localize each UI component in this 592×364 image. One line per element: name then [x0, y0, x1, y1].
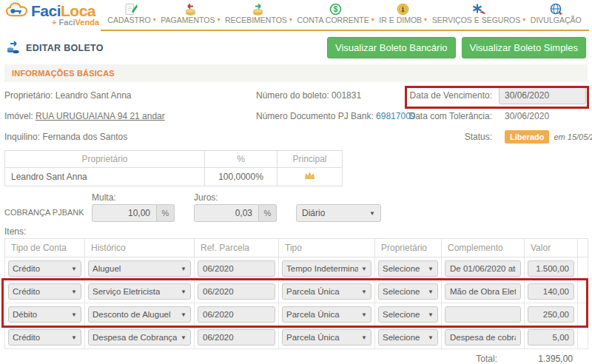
- status-date: em 15/05/2020: [554, 132, 592, 141]
- select-value: Crédito: [13, 333, 40, 342]
- crown-icon[interactable]: [278, 168, 343, 186]
- chevron-down-icon: ▾: [522, 17, 525, 23]
- chevron-down-icon: ▼: [428, 289, 434, 295]
- table-row: Crédito▼ Despesa de Cobrança▼ Parcela Ún…: [5, 326, 588, 349]
- valor-input[interactable]: [528, 260, 574, 277]
- proprietario-select[interactable]: Selecione▼: [378, 283, 438, 300]
- select-value: Selecione: [383, 333, 420, 342]
- tipo-conta-select[interactable]: Crédito▼: [8, 260, 81, 277]
- chevron-down-icon: ▼: [71, 266, 77, 272]
- historico-select[interactable]: Desconto de Aluguel▼: [88, 306, 191, 323]
- itens-table: Tipo de Conta Histórico Ref. Parcela Tip…: [4, 238, 588, 349]
- table-row: Débito▼ Desconto de Aluguel▼ Parcela Úni…: [5, 303, 588, 326]
- select-value: Serviço Eletricista: [92, 287, 160, 296]
- nav-label: IR E DIMOB: [379, 16, 422, 24]
- tipo-conta-select[interactable]: Crédito▼: [8, 329, 81, 346]
- select-value: Crédito: [13, 287, 40, 296]
- table-row: Crédito▼ Aluguel▼ Tempo Indeterminado (▼…: [5, 257, 588, 280]
- owners-header-proprietario: Proprietário: [5, 151, 205, 168]
- complemento-input[interactable]: [445, 260, 521, 277]
- complemento-input[interactable]: [445, 329, 521, 346]
- juros-label: Juros:: [194, 192, 277, 203]
- chevron-down-icon: ▾: [217, 17, 220, 23]
- select-value: Desconto de Aluguel: [92, 310, 171, 319]
- total-row: Total: 1.395,00: [0, 354, 577, 364]
- proprietario-select[interactable]: Selecione▼: [378, 329, 438, 346]
- inquilino-label: Inquilino: Fernanda dos Santos: [4, 132, 127, 142]
- select-value: Crédito: [13, 264, 40, 273]
- chevron-down-icon: ▼: [361, 266, 367, 272]
- ref-parcela-input[interactable]: [198, 329, 275, 346]
- chevron-down-icon: ▼: [361, 311, 367, 318]
- owner-percent: 100,0000%: [205, 168, 278, 186]
- valor-input[interactable]: [528, 329, 574, 346]
- tipo-conta-select[interactable]: Crédito▼: [8, 283, 81, 300]
- arrow-left-coins-icon: [183, 2, 198, 16]
- imovel-label: Imóvel:: [4, 111, 33, 121]
- chevron-down-icon: ▼: [369, 210, 375, 217]
- owners-header-principal: Principal: [278, 151, 343, 168]
- proprietario-select[interactable]: Selecione▼: [378, 306, 438, 323]
- owners-header-percent: %: [205, 151, 278, 168]
- section-informacoes-basicas: INFORMAÇÕES BÁSICAS: [4, 64, 588, 82]
- chevron-down-icon: ▾: [371, 17, 374, 23]
- chevron-down-icon: ▼: [428, 311, 434, 318]
- tipo-conta-select[interactable]: Débito▼: [8, 306, 81, 323]
- select-value: Selecione: [383, 310, 420, 319]
- ref-parcela-input[interactable]: [198, 283, 275, 300]
- chevron-down-icon: ▾: [424, 17, 427, 23]
- nav-label: CONTA CORRENTE: [297, 16, 369, 24]
- table-row: Crédito▼ Serviço Eletricista▼ Parcela Ún…: [5, 280, 588, 303]
- historico-select[interactable]: Serviço Eletricista▼: [88, 283, 191, 300]
- visualizar-boleto-simples-button[interactable]: Visualizar Boleto Simples: [462, 37, 586, 58]
- numero-doc-label: Número Documento PJ Bank:: [256, 111, 374, 121]
- valor-input[interactable]: [528, 283, 574, 300]
- juros-input[interactable]: [194, 204, 259, 222]
- tipo-select[interactable]: Parcela Única▼: [282, 329, 371, 346]
- nav-item-pagamentos[interactable]: PAGAMENTOS▾: [161, 2, 220, 27]
- tipo-select[interactable]: Tempo Indeterminado (▼: [282, 260, 371, 277]
- nav-item-servicos-seguros[interactable]: SERVIÇOS E SEGUROS▾: [432, 2, 525, 27]
- table-row: Leandro Sant Anna 100,0000%: [5, 168, 343, 186]
- ref-parcela-input[interactable]: [198, 260, 275, 277]
- itens-label: Itens:: [4, 226, 588, 237]
- tolerancia-label: Data com Tolerância:: [408, 111, 492, 121]
- tipo-select[interactable]: Parcela Única▼: [282, 283, 371, 300]
- total-label: Total:: [476, 354, 497, 364]
- nav-item-cadastro[interactable]: CADASTRO▾: [107, 2, 155, 27]
- ref-parcela-input[interactable]: [198, 306, 275, 323]
- nav-item-recebimentos[interactable]: RECEBIMENTOS▾: [225, 2, 292, 27]
- nav-item-divulgacao[interactable]: DIVULGAÇÃO: [531, 2, 584, 27]
- nav-label: RECEBIMENTOS: [225, 16, 287, 24]
- valor-input[interactable]: [528, 306, 574, 323]
- complemento-input[interactable]: [445, 306, 521, 323]
- chevron-down-icon: ▼: [71, 289, 77, 295]
- chevron-down-icon: ▼: [361, 289, 367, 295]
- brand-logo[interactable]: FaciLoca + FaciVenda: [6, 0, 101, 31]
- chevron-down-icon: ▼: [361, 334, 367, 341]
- select-value: Tempo Indeterminado (: [286, 264, 358, 273]
- page-title-text: EDITAR BOLETO: [26, 43, 104, 53]
- cobranca-section: COBRANÇA PJBANK Multa: % Juros: % Diário…: [4, 192, 588, 222]
- arrow-right-coins-icon: [251, 2, 266, 16]
- multa-input[interactable]: [92, 204, 157, 222]
- imovel-link[interactable]: RUA URUGUAIANA 94 21 andar: [36, 111, 165, 121]
- dollar-circle-icon: $: [329, 2, 342, 16]
- vencimento-input[interactable]: [499, 87, 586, 104]
- proprietario-select[interactable]: Selecione▼: [378, 260, 438, 277]
- itens-header-ref-parcela: Ref. Parcela: [195, 239, 279, 257]
- chevron-down-icon: ▼: [428, 334, 434, 341]
- tipo-select[interactable]: Parcela Única▼: [282, 306, 371, 323]
- complemento-input[interactable]: [445, 283, 521, 300]
- status-badge: Liberado: [505, 130, 549, 144]
- visualizar-boleto-bancario-button[interactable]: Visualizar Boleto Bancário: [327, 37, 456, 58]
- nav-item-conta-corrente[interactable]: $ CONTA CORRENTE▾: [297, 2, 374, 27]
- periodo-select[interactable]: Diário ▼: [296, 204, 381, 222]
- itens-header-tipo: Tipo: [279, 239, 375, 257]
- chevron-down-icon: ▼: [181, 334, 186, 341]
- nav-item-ir-dimob[interactable]: IR E DIMOB▾: [379, 2, 427, 27]
- historico-select[interactable]: Aluguel▼: [88, 260, 191, 277]
- nav-label: CADASTRO: [107, 16, 150, 24]
- historico-select[interactable]: Despesa de Cobrança▼: [88, 329, 191, 346]
- chevron-down-icon: ▼: [181, 289, 186, 295]
